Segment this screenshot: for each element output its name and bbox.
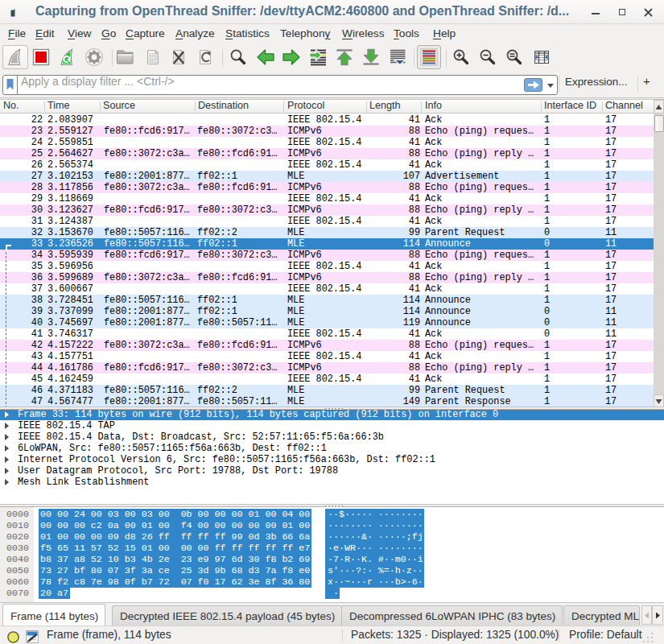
svg-text:0011: 0011 — [149, 60, 158, 64]
